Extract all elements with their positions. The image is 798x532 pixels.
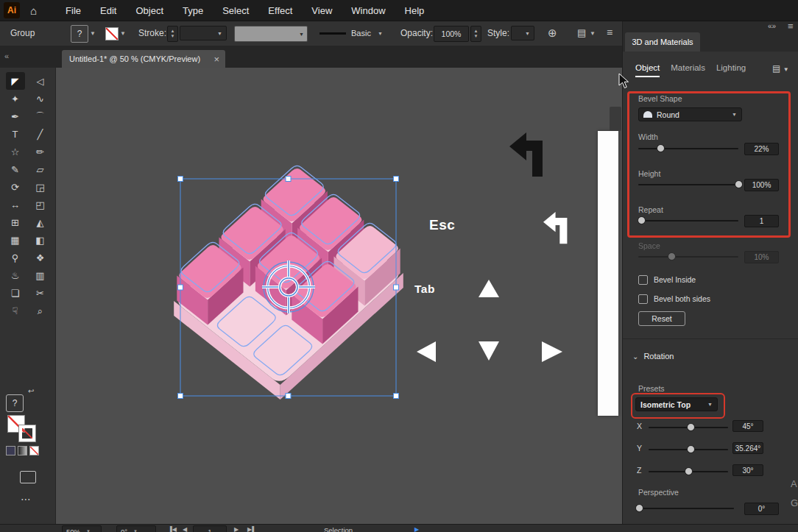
brush-definition-dropdown[interactable]: Basic ▼ — [319, 26, 383, 40]
menu-item[interactable]: Help — [395, 0, 434, 21]
align-icon[interactable]: ≡ — [607, 26, 612, 38]
stroke-width-dropdown[interactable]: ▼ — [180, 26, 227, 40]
opacity-stepper[interactable]: ▲▼ — [470, 26, 481, 42]
direct-selection-tool[interactable]: ◁ — [31, 72, 50, 90]
symbol-sprayer-tool[interactable]: ♨ — [6, 266, 25, 284]
slice-tool[interactable]: ✂ — [31, 284, 50, 302]
last-artboard-icon[interactable]: ▶▌ — [247, 526, 256, 532]
fill-none-swatch[interactable] — [105, 27, 119, 40]
column-graph-tool[interactable]: ▥ — [31, 266, 50, 284]
eraser-tool[interactable]: ▱ — [31, 160, 50, 178]
magic-wand-tool[interactable]: ✦ — [6, 90, 25, 107]
reset-button[interactable]: Reset — [638, 311, 685, 326]
collapse-toolbar-icon[interactable]: « — [4, 52, 9, 60]
gradient-mode-icon[interactable] — [18, 446, 27, 455]
quick-actions-icon[interactable]: ▤ ▼ — [772, 63, 789, 74]
bevel-width-value[interactable]: 22% — [744, 143, 779, 155]
artboard-number-input[interactable]: 1 — [193, 525, 227, 532]
type-tool[interactable]: T — [6, 125, 25, 143]
selection-handle[interactable] — [394, 177, 399, 182]
canvas-artwork[interactable]: Esc Tab — [55, 68, 622, 524]
menu-item[interactable]: Edit — [91, 0, 126, 21]
selection-handle[interactable] — [178, 177, 183, 182]
bevel-repeat-value[interactable]: 1 — [744, 215, 779, 227]
anchor-preview-box[interactable]: ? — [71, 25, 88, 43]
pencil-tool[interactable]: ✎ — [6, 160, 25, 178]
selection-handle[interactable] — [178, 285, 183, 290]
color-mode-icon[interactable] — [6, 446, 15, 455]
play-icon[interactable]: ▶ — [414, 526, 419, 532]
bevel-repeat-slider[interactable] — [638, 216, 738, 225]
free-transform-tool[interactable]: ◰ — [31, 196, 50, 213]
paintbrush-tool[interactable]: ✏ — [31, 143, 50, 160]
previous-artboard-icon[interactable]: ◀ — [183, 526, 187, 532]
eyedropper-tool[interactable]: ⚲ — [6, 249, 25, 266]
swap-fill-stroke-icon[interactable]: ↩ — [28, 387, 34, 395]
artboard-tool[interactable]: ❏ — [6, 284, 25, 302]
rotation-axis-slider[interactable] — [649, 423, 728, 432]
menu-item[interactable]: Select — [213, 0, 258, 21]
menu-item[interactable]: Object — [126, 0, 173, 21]
hand-tool[interactable]: ☟ — [6, 302, 25, 319]
blend-tool[interactable]: ❖ — [31, 249, 50, 266]
selection-handle[interactable] — [394, 394, 399, 399]
mesh-tool[interactable]: ▦ — [6, 231, 25, 249]
chevron-down-icon[interactable]: ▼ — [590, 30, 596, 37]
panel-section-tab[interactable]: Lighting — [716, 63, 746, 77]
rotation-axis-value[interactable]: 45° — [732, 420, 763, 432]
globe-icon[interactable]: ⊕ — [548, 26, 557, 40]
slider-thumb[interactable] — [685, 467, 693, 475]
perspective-slider[interactable] — [638, 504, 734, 513]
panel-menu-icon[interactable]: ≡ — [788, 21, 794, 32]
rotation-angle-dropdown[interactable]: 0°▼ — [116, 525, 156, 532]
selection-handle[interactable] — [178, 394, 183, 399]
menu-item[interactable]: Effect — [258, 0, 302, 21]
rotate-tool[interactable]: ⟳ — [6, 178, 25, 196]
width-tool[interactable]: ↔ — [6, 196, 25, 213]
zoom-tool[interactable]: ⌕ — [31, 302, 50, 319]
bevel-width-slider[interactable] — [638, 144, 738, 153]
line-segment-tool[interactable]: ╱ — [31, 125, 50, 143]
gradient-tool[interactable]: ◧ — [31, 231, 50, 249]
selection-handle[interactable] — [286, 394, 291, 399]
edit-toolbar-icon[interactable]: ⋯ — [21, 493, 31, 505]
help-placeholder-box[interactable]: ? — [6, 394, 24, 412]
perspective-value[interactable]: 0° — [744, 503, 779, 515]
stroke-color-swatch[interactable] — [19, 425, 35, 441]
document-setup-icon[interactable]: ▤ — [577, 27, 586, 38]
slider-thumb[interactable] — [735, 180, 743, 188]
slider-thumb[interactable] — [657, 144, 665, 152]
home-icon[interactable]: ⌂ — [30, 4, 37, 17]
bevel-inside-checkbox[interactable] — [638, 275, 648, 285]
rotation-axis-slider[interactable] — [649, 467, 728, 476]
pen-tool[interactable]: ✒ — [6, 107, 25, 125]
bevel-height-value[interactable]: 100% — [744, 179, 779, 191]
menu-item[interactable]: Type — [173, 0, 213, 21]
next-artboard-icon[interactable]: ▶ — [234, 526, 239, 532]
bevel-both-sides-checkbox[interactable] — [638, 294, 648, 304]
bevel-height-slider[interactable] — [638, 180, 738, 189]
illustrator-logo[interactable]: Ai — [4, 2, 20, 18]
canvas-area[interactable]: Esc Tab — [55, 68, 622, 524]
first-artboard-icon[interactable]: ▐◀ — [168, 526, 177, 532]
presets-dropdown[interactable]: Isometric Top ▼ — [635, 397, 718, 411]
slider-thumb[interactable] — [635, 504, 643, 512]
rotation-axis-value[interactable]: 30° — [732, 464, 763, 476]
curvature-tool[interactable]: ⌒ — [31, 107, 50, 125]
rotation-axis-value[interactable]: 35.264° — [732, 442, 763, 454]
close-tab-icon[interactable]: × — [213, 54, 219, 64]
perspective-grid-tool[interactable]: ◭ — [31, 213, 50, 231]
panel-section-tab[interactable]: Materials — [671, 63, 705, 77]
menu-item[interactable]: Window — [342, 0, 395, 21]
zoom-level-dropdown[interactable]: 50%▼ — [62, 525, 102, 532]
menu-item[interactable]: File — [56, 0, 91, 21]
menu-item[interactable]: View — [302, 0, 342, 21]
bevel-shape-dropdown[interactable]: Round ▼ — [638, 107, 742, 121]
rotation-section-header[interactable]: ⌄ Rotation — [632, 352, 674, 361]
document-tab[interactable]: Untitled-1* @ 50 % (CMYK/Preview) × — [62, 50, 225, 68]
slider-thumb[interactable] — [687, 423, 695, 431]
slider-thumb[interactable] — [638, 216, 646, 224]
panel-section-tab[interactable]: Object — [635, 63, 660, 77]
stroke-width-stepper[interactable]: ▲▼ — [167, 26, 178, 42]
screen-mode-icon[interactable] — [20, 471, 36, 483]
